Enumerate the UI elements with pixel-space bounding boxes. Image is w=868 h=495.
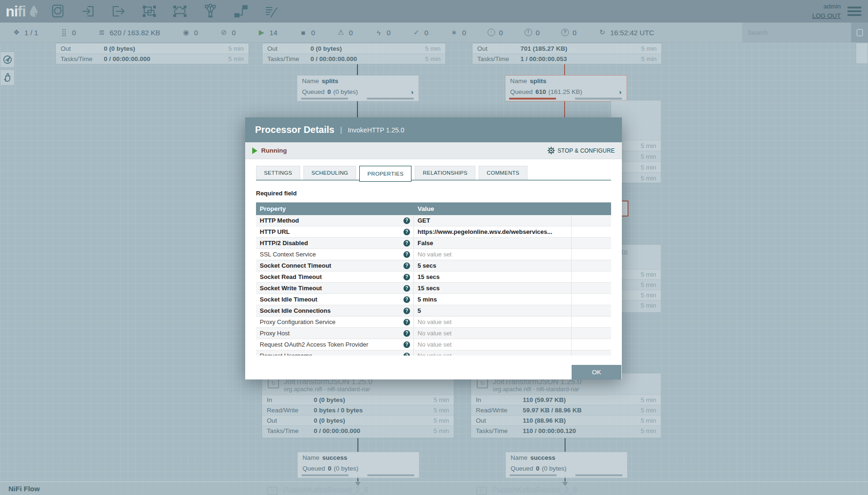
- stats-window: 5 min: [426, 396, 449, 403]
- dialog-tab[interactable]: PROPERTIES: [359, 166, 411, 182]
- property-row[interactable]: Socket Write Timeout ? 15 secs: [256, 283, 611, 294]
- connection-label-splits-left[interactable]: Namesplits Queued0(0 bytes)◑: [297, 75, 419, 101]
- input-port-icon[interactable]: [80, 3, 97, 19]
- property-value: No value set: [414, 328, 572, 339]
- template-icon[interactable]: [232, 3, 249, 19]
- property-row[interactable]: Request OAuth2 Access Token Provider ? N…: [256, 339, 611, 350]
- processor-top-right[interactable]: Out 701 (185.27 KB) 5 min Tasks/Time 1 /…: [472, 43, 662, 64]
- property-value: 5 mins: [414, 294, 572, 305]
- dialog-tab[interactable]: COMMENTS: [479, 166, 527, 179]
- funnel-icon[interactable]: [202, 3, 219, 19]
- breadcrumb[interactable]: NiFi Flow: [8, 485, 40, 493]
- app-toolbar: nifi admin LOG OUT: [0, 0, 868, 23]
- navigate-palette-button[interactable]: [0, 52, 15, 68]
- help-icon[interactable]: ?: [403, 251, 410, 258]
- dialog-footer: OK: [245, 362, 622, 379]
- help-icon[interactable]: ?: [403, 353, 410, 356]
- processor-top-middle[interactable]: Out 0 (0 bytes) 5 min Tasks/Time 0 / 00:…: [262, 43, 446, 64]
- connection-label-splits-right[interactable]: Namesplits Queued610(161.25 KB)◑: [505, 75, 627, 101]
- property-row[interactable]: Request Username ? No value set: [256, 350, 611, 356]
- help-icon[interactable]: ?: [403, 285, 410, 292]
- properties-table-header: Property Value: [256, 202, 611, 215]
- processor-jolt-left[interactable]: ↻ JoltTransformJSON 1.25.0 org.apache.ni…: [262, 373, 454, 438]
- property-name: Socket Connect Timeout: [260, 262, 331, 269]
- property-row[interactable]: SSL Context Service ? No value set: [256, 249, 611, 260]
- properties-table: Property Value HTTP Method ? GET HTT: [256, 202, 611, 356]
- property-row-actions: [572, 238, 611, 248]
- status-count: 0: [349, 29, 353, 37]
- new-note-button[interactable]: [851, 23, 868, 42]
- help-icon[interactable]: ?: [403, 240, 410, 247]
- processor-jolt-right[interactable]: ↻ JoltTransformJSON 1.25.0 org.apache.ni…: [471, 373, 661, 438]
- status-count: 14: [270, 29, 278, 37]
- property-row-actions: [572, 339, 611, 350]
- stop-and-configure-button[interactable]: STOP & CONFIGURE: [547, 147, 615, 155]
- operate-palette-button[interactable]: [0, 70, 15, 85]
- processor-details-dialog: Processor Details | InvokeHTTP 1.25.0 Ru…: [245, 117, 622, 379]
- help-icon[interactable]: ?: [403, 229, 410, 235]
- help-icon[interactable]: ?: [403, 330, 410, 337]
- property-row[interactable]: Socket Idle Connections ? 5: [256, 305, 611, 317]
- property-row-actions: [572, 249, 611, 260]
- search-box: [742, 23, 851, 42]
- property-value: 5: [414, 305, 572, 316]
- help-icon[interactable]: ?: [403, 308, 410, 314]
- property-row[interactable]: Proxy Configuration Service ? No value s…: [256, 317, 611, 328]
- property-row[interactable]: HTTP/2 Disabled ? False: [256, 238, 611, 249]
- processor-top-left[interactable]: Out 0 (0 bytes) 5 min Tasks/Time 0 / 00:…: [55, 43, 249, 64]
- connection-line: [357, 64, 358, 75]
- connection-label-success-left[interactable]: Namesuccess Queued0(0 bytes): [297, 452, 419, 478]
- navigate-icon: [2, 54, 13, 65]
- status-count: 0: [425, 29, 428, 37]
- help-icon[interactable]: ?: [403, 341, 410, 348]
- dialog-tab[interactable]: SCHEDULING: [303, 166, 356, 179]
- processor-icon[interactable]: [49, 3, 66, 19]
- help-icon[interactable]: ?: [403, 296, 410, 303]
- stats-window: 5 min: [220, 55, 244, 62]
- cluster-icon: ❖: [12, 28, 21, 37]
- dialog-tab[interactable]: RELATIONSHIPS: [415, 166, 475, 179]
- property-row[interactable]: HTTP Method ? GET: [256, 215, 611, 226]
- property-row-actions: [572, 328, 611, 339]
- label-icon[interactable]: [263, 3, 280, 19]
- connection-label-success-right[interactable]: Namesuccess Queued0(0 bytes): [505, 452, 628, 478]
- processor-stat-row: Tasks/Time 110 / 00:00:00.120 5 min: [471, 425, 661, 436]
- ok-button[interactable]: OK: [572, 365, 621, 379]
- property-row[interactable]: Socket Read Timeout ? 15 secs: [256, 271, 611, 283]
- property-row-actions: [572, 350, 611, 356]
- help-icon[interactable]: ?: [403, 274, 410, 280]
- global-menu-icon[interactable]: [847, 5, 861, 18]
- property-name: Socket Read Timeout: [260, 273, 322, 280]
- logout-link[interactable]: LOG OUT: [812, 11, 841, 21]
- output-port-icon[interactable]: [110, 3, 127, 19]
- property-value: False: [414, 238, 572, 248]
- status-item: ⊘ 0: [219, 28, 235, 37]
- running-icon: ▶: [257, 28, 266, 37]
- stats-window: 5 min: [633, 292, 656, 299]
- process-group-icon[interactable]: [141, 3, 158, 19]
- help-icon[interactable]: ?: [403, 319, 410, 325]
- help-icon[interactable]: ?: [403, 263, 410, 269]
- status-item: ■ 0: [299, 29, 315, 37]
- property-row[interactable]: Socket Connect Timeout ? 5 secs: [256, 260, 611, 271]
- search-input[interactable]: [748, 29, 851, 36]
- status-item: ? 0: [561, 29, 576, 37]
- remote-process-group-icon[interactable]: [171, 3, 188, 19]
- property-value: https://www.pegelonline.wsv.de/webservic…: [414, 226, 572, 237]
- backpressure-bar: [575, 98, 622, 100]
- property-row[interactable]: HTTP URL ? https://www.pegelonline.wsv.d…: [256, 226, 611, 238]
- dialog-header: Processor Details | InvokeHTTP 1.25.0: [245, 117, 622, 142]
- property-row[interactable]: Socket Idle Timeout ? 5 mins: [256, 294, 611, 305]
- queued-icon: ≣: [98, 28, 106, 37]
- backpressure-bar: [367, 474, 414, 476]
- backpressure-bar: [302, 474, 349, 476]
- property-value: No value set: [414, 339, 572, 350]
- dialog-body: SETTINGSSCHEDULINGPROPERTIESRELATIONSHIP…: [245, 159, 622, 362]
- property-name: Proxy Host: [260, 330, 290, 337]
- status-item: ↑ 0: [488, 29, 503, 37]
- dialog-tab[interactable]: SETTINGS: [256, 166, 300, 179]
- stats-window: 5 min: [417, 45, 441, 52]
- property-row[interactable]: Proxy Host ? No value set: [256, 328, 611, 339]
- help-icon[interactable]: ?: [403, 217, 410, 224]
- refresh-icon[interactable]: ↻: [598, 28, 606, 37]
